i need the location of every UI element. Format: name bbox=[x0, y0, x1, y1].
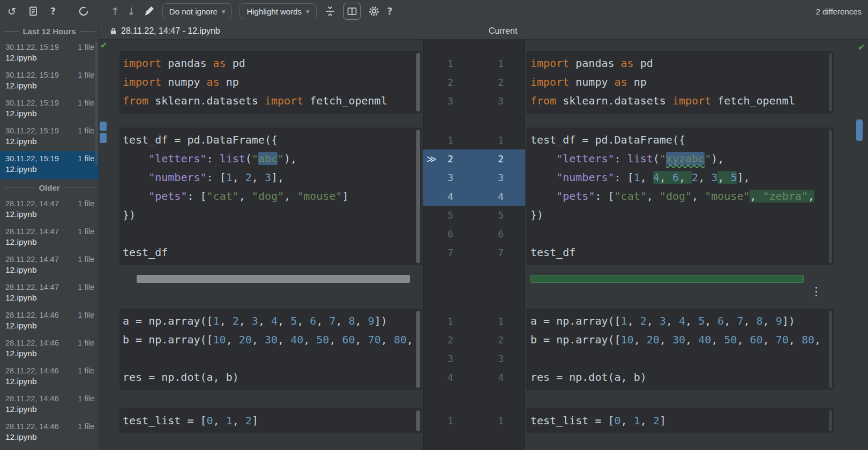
revision-time: 28.11.22, 14:46 bbox=[5, 394, 59, 403]
history-entry[interactable]: 30.11.22, 15:191 file12.ipynb bbox=[0, 151, 99, 179]
code-token: np bbox=[627, 76, 647, 88]
next-difference-icon[interactable]: ↓ bbox=[127, 6, 136, 17]
history-entry[interactable]: 30.11.22, 15:191 file12.ipynb bbox=[0, 40, 99, 68]
cell-scrollbar-thumb[interactable] bbox=[829, 311, 832, 388]
changelist-document-icon[interactable] bbox=[28, 6, 39, 17]
history-entry[interactable]: 28.11.22, 14:471 file12.ipynb bbox=[0, 280, 99, 308]
code-token: , bbox=[220, 314, 233, 327]
code-token: , bbox=[355, 333, 368, 346]
cell-scrollbar-thumb[interactable] bbox=[416, 53, 420, 111]
code-cell-right[interactable]: import pandas as pdimport numpy as npfro… bbox=[526, 51, 834, 114]
code-cell-right[interactable]: test_df = pd.DataFrame({ "letters": list… bbox=[526, 128, 834, 265]
right-line-number: 3 bbox=[490, 349, 504, 368]
revision-time: 30.11.22, 15:19 bbox=[5, 43, 59, 51]
cell-scrollbar-thumb[interactable] bbox=[829, 130, 832, 263]
cell-scrollbar-thumb[interactable] bbox=[829, 410, 832, 431]
revert-icon[interactable]: ↺ bbox=[8, 6, 16, 17]
history-entry[interactable]: 28.11.22, 14:461 file12.ipynb bbox=[0, 335, 99, 363]
history-entry[interactable]: 28.11.22, 14:461 file12.ipynb bbox=[0, 419, 99, 447]
code-block: test_df = pd.DataFrame({ "letters": list… bbox=[119, 128, 422, 265]
change-marker[interactable] bbox=[100, 133, 107, 143]
code-cell-left[interactable]: test_df = pd.DataFrame({ "letters": list… bbox=[119, 128, 422, 265]
code-token: , bbox=[666, 314, 679, 327]
code-token: , bbox=[278, 333, 290, 346]
code-token: , bbox=[278, 314, 290, 327]
code-token: " bbox=[278, 152, 284, 165]
code-cell-right[interactable]: test_list = [0, 1, 2] bbox=[526, 408, 834, 433]
sidebar-scrollbar-thumb[interactable] bbox=[95, 42, 98, 166]
right-scrollbar-strip[interactable]: ✔ bbox=[855, 39, 868, 450]
previous-difference-icon[interactable]: ↑ bbox=[111, 6, 119, 17]
code-token: ] bbox=[252, 414, 258, 427]
cell-scrollbar-thumb[interactable] bbox=[416, 130, 420, 263]
code-token: abc bbox=[258, 152, 278, 165]
code-token: a = np.array([ bbox=[530, 314, 621, 327]
revision-file-count: 1 file bbox=[78, 126, 94, 135]
help-icon[interactable]: ? bbox=[387, 7, 393, 16]
output-bar-old bbox=[137, 275, 410, 283]
side-by-side-viewer-toggle[interactable] bbox=[343, 3, 361, 20]
cell-scrollbar-thumb[interactable] bbox=[416, 311, 420, 388]
code-block: test_list = [0, 1, 2] bbox=[526, 408, 834, 433]
right-line-number: 3 bbox=[490, 168, 504, 187]
diff-left-title: 28.11.22, 14:47 - 12.ipynb bbox=[121, 26, 220, 36]
history-entry[interactable]: 28.11.22, 14:471 file12.ipynb bbox=[0, 252, 99, 280]
history-entry[interactable]: 28.11.22, 14:461 file12.ipynb bbox=[0, 308, 99, 335]
code-token: 70 bbox=[776, 333, 789, 346]
history-entry[interactable]: 30.11.22, 15:191 file12.ipynb bbox=[0, 123, 99, 151]
code-cell-left[interactable]: test_list = [0, 1, 2] bbox=[119, 408, 422, 433]
code-cell-left[interactable]: import pandas as pdimport numpy as npfro… bbox=[119, 51, 422, 114]
scrollbar-thumb[interactable] bbox=[856, 119, 863, 141]
revision-file-count: 1 file bbox=[78, 255, 94, 264]
history-entry[interactable]: 28.11.22, 14:461 file12.ipynb bbox=[0, 391, 99, 419]
revision-filename: 12.ipynb bbox=[5, 293, 94, 303]
code-token: : [ bbox=[595, 190, 614, 202]
code-token: 50 bbox=[316, 333, 329, 346]
history-entry[interactable]: 28.11.22, 14:471 file12.ipynb bbox=[0, 196, 99, 224]
revision-filename: 12.ipynb bbox=[5, 164, 94, 174]
collapse-unchanged-icon[interactable] bbox=[324, 5, 336, 17]
revision-filename: 12.ipynb bbox=[5, 404, 94, 414]
right-line-number: 5 bbox=[490, 206, 504, 224]
settings-gear-icon[interactable] bbox=[368, 5, 380, 17]
revision-filename: 12.ipynb bbox=[5, 209, 94, 219]
code-token: 2 bbox=[245, 414, 252, 427]
history-list: Last 12 Hours30.11.22, 15:191 file12.ipy… bbox=[0, 22, 99, 447]
left-line-number: 2 bbox=[439, 149, 453, 168]
history-group-header: Older bbox=[0, 179, 99, 196]
code-cell-left[interactable]: a = np.array([1, 2, 3, 4, 5, 6, 7, 8, 9]… bbox=[119, 309, 422, 390]
cell-scrollbar-thumb[interactable] bbox=[416, 410, 420, 431]
code-line: test_list = [0, 1, 2] bbox=[530, 411, 834, 430]
code-token: from bbox=[123, 94, 148, 107]
highlight-mode-dropdown[interactable]: Highlight words ▾ bbox=[240, 3, 316, 19]
cell-scrollbar-thumb[interactable] bbox=[829, 53, 832, 111]
code-token bbox=[530, 190, 556, 202]
edit-pencil-icon[interactable] bbox=[143, 5, 155, 17]
history-entry-meta: 30.11.22, 15:191 file bbox=[5, 71, 94, 79]
gutter-row: ≫22 bbox=[423, 149, 525, 168]
history-entry[interactable]: 30.11.22, 15:191 file12.ipynb bbox=[0, 95, 99, 123]
change-marker[interactable] bbox=[100, 122, 107, 131]
right-line-number: 2 bbox=[490, 73, 504, 92]
revision-time: 30.11.22, 15:19 bbox=[5, 154, 59, 163]
code-token: : bbox=[207, 152, 220, 165]
code-token: test_df = pd.DataFrame({ bbox=[530, 133, 685, 146]
history-entry[interactable]: 28.11.22, 14:461 file12.ipynb bbox=[0, 363, 99, 391]
help-icon[interactable]: ? bbox=[50, 7, 56, 16]
code-cell-right[interactable]: a = np.array([1, 2, 3, 4, 5, 6, 7, 8, 9]… bbox=[526, 309, 834, 390]
ignore-policy-dropdown[interactable]: Do not ignore ▾ bbox=[162, 3, 233, 19]
code-token: }) bbox=[530, 208, 543, 221]
kebab-menu-icon[interactable]: ⋮ bbox=[811, 286, 822, 297]
diff-gutter: 11 bbox=[423, 408, 525, 433]
code-block: a = np.array([1, 2, 3, 4, 5, 6, 7, 8, 9]… bbox=[526, 309, 834, 390]
history-entry[interactable]: 30.11.22, 15:191 file12.ipynb bbox=[0, 68, 99, 95]
code-block: test_df = pd.DataFrame({ "letters": list… bbox=[526, 128, 834, 265]
refresh-icon[interactable] bbox=[77, 5, 90, 18]
code-token: test_list = [ bbox=[123, 414, 207, 427]
code-token: "letters" bbox=[556, 152, 614, 165]
chevron-down-icon: ▾ bbox=[222, 8, 226, 16]
code-token: list bbox=[627, 152, 653, 165]
code-token: as bbox=[207, 76, 220, 88]
code-line: import numpy as np bbox=[123, 73, 422, 92]
history-entry[interactable]: 28.11.22, 14:471 file12.ipynb bbox=[0, 224, 99, 252]
